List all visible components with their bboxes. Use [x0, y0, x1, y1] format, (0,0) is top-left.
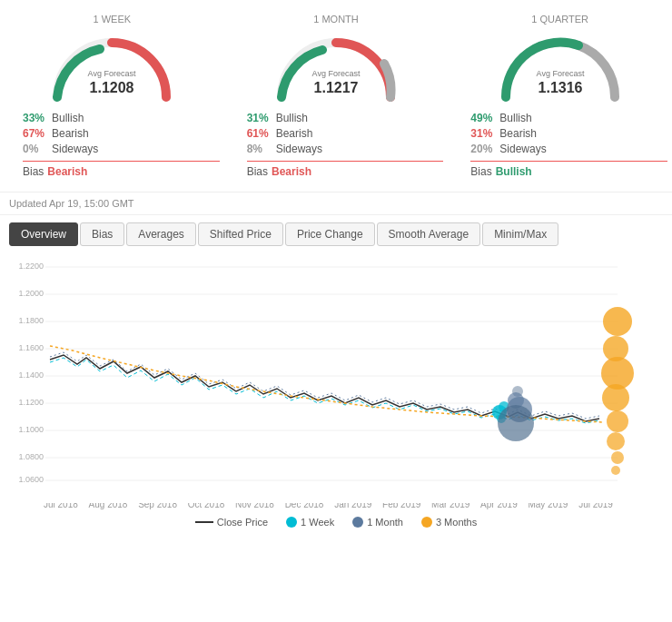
- top-section: 1 WEEK Avg Forecast 1.1208 33% Bullish 6…: [0, 0, 672, 193]
- svg-text:1.1208: 1.1208: [90, 80, 134, 95]
- svg-point-37: [611, 451, 624, 464]
- svg-text:1.1400: 1.1400: [18, 370, 44, 380]
- svg-text:1.0800: 1.0800: [18, 452, 44, 461]
- svg-text:1.1000: 1.1000: [18, 425, 44, 434]
- tabs-bar: Overview Bias Averages Shifted Price Pri…: [0, 215, 672, 246]
- svg-point-35: [607, 410, 628, 432]
- legend-close-price: Close Price: [195, 517, 268, 528]
- tab-bias[interactable]: Bias: [80, 222, 124, 246]
- updated-label: Updated Apr 19, 15:00 GMT: [0, 193, 672, 215]
- panel-1-title: 1 WEEK: [5, 14, 220, 25]
- panel-3-stats: 49% Bullish 31% Bearish 20% Sideways Bia…: [452, 112, 667, 178]
- svg-text:1.1217: 1.1217: [314, 80, 359, 95]
- svg-text:1.2200: 1.2200: [18, 262, 44, 271]
- svg-text:1.1200: 1.1200: [18, 398, 44, 407]
- panel-1-quarter: 1 QUARTER Avg Forecast 1.1316 49% Bullis…: [448, 9, 672, 183]
- svg-point-36: [607, 432, 625, 450]
- tab-averages[interactable]: Averages: [126, 222, 195, 246]
- legend-1month: 1 Month: [352, 517, 403, 528]
- panel-1-month: 1 MONTH Avg Forecast 1.1217 31% Bullish …: [224, 9, 449, 183]
- svg-text:1.1800: 1.1800: [18, 316, 44, 325]
- tab-shifted-price[interactable]: Shifted Price: [198, 222, 283, 246]
- svg-point-31: [603, 307, 632, 336]
- svg-text:1.1600: 1.1600: [18, 343, 44, 352]
- panel-1-stats: 33% Bullish 67% Bearish 0% Sideways Bias…: [5, 112, 220, 178]
- tab-smooth-average[interactable]: Smooth Average: [377, 222, 481, 246]
- svg-point-30: [498, 405, 534, 441]
- svg-text:1.2000: 1.2000: [18, 289, 44, 298]
- main-chart: 1.2200 1.2000 1.1800 1.1600 1.1400 1.120…: [9, 251, 663, 496]
- panel-2-title: 1 MONTH: [229, 14, 444, 25]
- svg-point-34: [602, 384, 629, 411]
- legend-3months: 3 Months: [421, 517, 477, 528]
- svg-point-38: [611, 466, 620, 475]
- panel-3-title: 1 QUARTER: [452, 14, 667, 25]
- tab-minim-max[interactable]: Minim/Max: [482, 222, 558, 246]
- svg-text:Avg Forecast: Avg Forecast: [312, 69, 361, 78]
- svg-text:1.1316: 1.1316: [538, 80, 582, 95]
- legend-1week: 1 Week: [286, 517, 334, 528]
- tab-overview[interactable]: Overview: [9, 222, 78, 246]
- tab-price-change[interactable]: Price Change: [285, 222, 375, 246]
- svg-text:1.0600: 1.0600: [18, 475, 44, 484]
- svg-text:Avg Forecast: Avg Forecast: [536, 69, 584, 78]
- svg-text:Avg Forecast: Avg Forecast: [88, 69, 136, 78]
- chart-area: 1.2200 1.2000 1.1800 1.1600 1.1400 1.120…: [0, 246, 672, 503]
- chart-legend: Close Price 1 Week 1 Month 3 Months: [0, 511, 672, 535]
- panel-2-stats: 31% Bullish 61% Bearish 8% Sideways Bias…: [229, 112, 444, 178]
- panel-1-week: 1 WEEK Avg Forecast 1.1208 33% Bullish 6…: [0, 9, 224, 183]
